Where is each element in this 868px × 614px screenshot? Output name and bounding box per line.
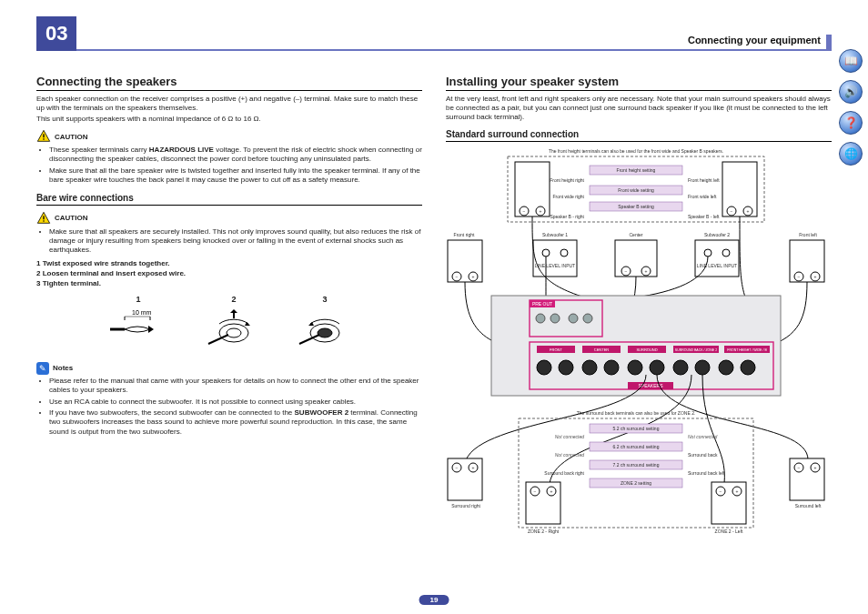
- svg-text:Subwoofer 1: Subwoofer 1: [542, 232, 568, 237]
- subwoofer-box: LINE LEVEL INPUT: [533, 240, 577, 277]
- svg-text:6.2 ch surround setting: 6.2 ch surround setting: [613, 444, 660, 449]
- svg-point-90: [628, 360, 642, 375]
- svg-text:LINE LEVEL INPUT: LINE LEVEL INPUT: [535, 263, 575, 268]
- caution-2: CAUTION: [36, 211, 422, 226]
- note-item-3: If you have two subwoofers, the second s…: [49, 408, 422, 437]
- svg-rect-63: [695, 240, 739, 277]
- notes-list: Please refer to the manual that came wit…: [36, 377, 422, 437]
- svg-point-86: [537, 360, 551, 375]
- svg-text:Surround right: Surround right: [451, 503, 480, 508]
- svg-text:Speaker B - left: Speaker B - left: [688, 214, 720, 219]
- warning-icon: [36, 129, 51, 144]
- wiring-diagram: The front height terminals can also be u…: [446, 146, 832, 548]
- figure-3-number: 3: [298, 295, 352, 304]
- svg-point-87: [559, 360, 573, 375]
- svg-text:Front height setting: Front height setting: [617, 167, 656, 173]
- intro-para-1: Each speaker connection on the receiver …: [36, 95, 422, 113]
- svg-text:+: +: [747, 208, 750, 214]
- caution-label: CAUTION: [55, 133, 87, 141]
- heading-bare-wire: Bare wire connections: [36, 193, 422, 206]
- figure-2-number: 2: [207, 295, 261, 304]
- speaker-box: −+: [448, 240, 482, 282]
- svg-point-56: [560, 249, 568, 257]
- svg-text:CENTER: CENTER: [594, 347, 610, 352]
- note-item-2: Use an RCA cable to connect the subwoofe…: [49, 398, 422, 407]
- svg-text:FRONT: FRONT: [550, 347, 562, 352]
- speaker-box: −+: [515, 162, 550, 216]
- help-icon[interactable]: ❓: [839, 111, 863, 135]
- svg-text:ZONE 2 - Left: ZONE 2 - Left: [715, 528, 743, 534]
- step-figures: 1 10 mm 2: [36, 295, 422, 351]
- caution-1-item-2: Make sure that all the bare speaker wire…: [49, 166, 422, 186]
- heading-standard-surround: Standard surround connection: [446, 129, 832, 142]
- speaker-box: −+: [615, 240, 657, 277]
- speaker-box: −+: [790, 240, 824, 282]
- svg-text:Not connected: Not connected: [555, 434, 584, 439]
- svg-point-88: [582, 360, 597, 375]
- svg-text:Subwoofer 2: Subwoofer 2: [704, 232, 730, 237]
- left-column: Connecting the speakers Each speaker con…: [36, 75, 422, 548]
- speaker-box: −+: [712, 482, 746, 524]
- svg-text:Front height right: Front height right: [550, 177, 584, 183]
- svg-point-94: [719, 360, 733, 375]
- svg-text:+: +: [814, 274, 817, 279]
- caution-label: CAUTION: [55, 214, 87, 222]
- svg-text:+: +: [550, 488, 553, 494]
- figure-1-label: 10 mm: [132, 309, 152, 316]
- header-bar: 03 Connecting your equipment: [36, 16, 832, 51]
- svg-point-89: [604, 360, 619, 375]
- svg-point-91: [650, 360, 664, 375]
- speaker-box: −+: [722, 162, 757, 216]
- svg-text:Front wide right: Front wide right: [553, 194, 585, 199]
- sidebar-nav-icons: 📖 🔊 ❓ 🌐: [839, 49, 863, 166]
- svg-rect-1: [43, 134, 44, 137]
- warning-icon: [36, 211, 51, 226]
- tighten-terminal-illustration: [298, 307, 352, 351]
- book-icon[interactable]: 📖: [839, 49, 863, 73]
- figure-1: 1 10 mm: [106, 295, 170, 351]
- caution-1: CAUTION: [36, 129, 422, 144]
- svg-text:LINE LEVEL INPUT: LINE LEVEL INPUT: [697, 263, 737, 268]
- running-title: Connecting your equipment: [688, 35, 832, 49]
- bottom-caption: The surround back terminals can also be …: [577, 410, 696, 416]
- caution-2-list: Make sure that all speakers are securely…: [36, 227, 422, 256]
- step-2: 2 Loosen terminal and insert exposed wir…: [36, 269, 422, 277]
- svg-text:−: −: [456, 274, 459, 279]
- svg-text:7.2 ch surround setting: 7.2 ch surround setting: [613, 462, 660, 468]
- notes-heading: ✎ Notes: [36, 362, 422, 375]
- svg-point-95: [741, 360, 755, 375]
- svg-point-64: [704, 249, 712, 257]
- svg-text:Not connected: Not connected: [555, 452, 584, 458]
- svg-text:Surround back left: Surround back left: [688, 470, 725, 476]
- svg-text:Center: Center: [629, 232, 642, 237]
- svg-point-65: [722, 249, 730, 257]
- svg-text:SURROUND: SURROUND: [636, 347, 657, 352]
- installing-intro: At the very least, front left and right …: [446, 95, 832, 122]
- svg-text:+: +: [472, 274, 475, 279]
- svg-text:Speaker B setting: Speaker B setting: [618, 204, 654, 209]
- caution-1-list: These speaker terminals carry HAZARDOUS …: [36, 146, 422, 186]
- svg-text:−: −: [731, 208, 733, 214]
- top-caption: The front height terminals can also be u…: [549, 148, 723, 154]
- svg-text:SURROUND BACK / ZONE 2: SURROUND BACK / ZONE 2: [675, 348, 717, 352]
- svg-text:Surround back: Surround back: [688, 452, 718, 458]
- figure-2: 2: [207, 295, 261, 351]
- svg-text:Front wide setting: Front wide setting: [618, 187, 654, 193]
- svg-text:FRONT HEIGHT / WIDE / B: FRONT HEIGHT / WIDE / B: [727, 348, 767, 352]
- svg-text:+: +: [472, 465, 475, 470]
- speaker-box: −+: [790, 458, 824, 500]
- globe-icon[interactable]: 🌐: [839, 142, 863, 166]
- svg-rect-5: [43, 220, 44, 221]
- chapter-number: 03: [36, 16, 76, 51]
- speaker-box: −+: [526, 482, 560, 524]
- notes-label: Notes: [53, 364, 73, 372]
- svg-point-93: [695, 360, 710, 375]
- step-3: 3 Tighten terminal.: [36, 279, 422, 287]
- svg-text:Speaker B - right: Speaker B - right: [550, 214, 584, 219]
- figure-3: 3: [298, 295, 352, 351]
- svg-rect-4: [43, 216, 44, 219]
- intro-para-2: This unit supports speakers with a nomin…: [36, 115, 422, 124]
- svg-text:Front wide left: Front wide left: [688, 194, 717, 199]
- svg-text:−: −: [798, 274, 801, 279]
- speaker-icon[interactable]: 🔊: [839, 80, 863, 104]
